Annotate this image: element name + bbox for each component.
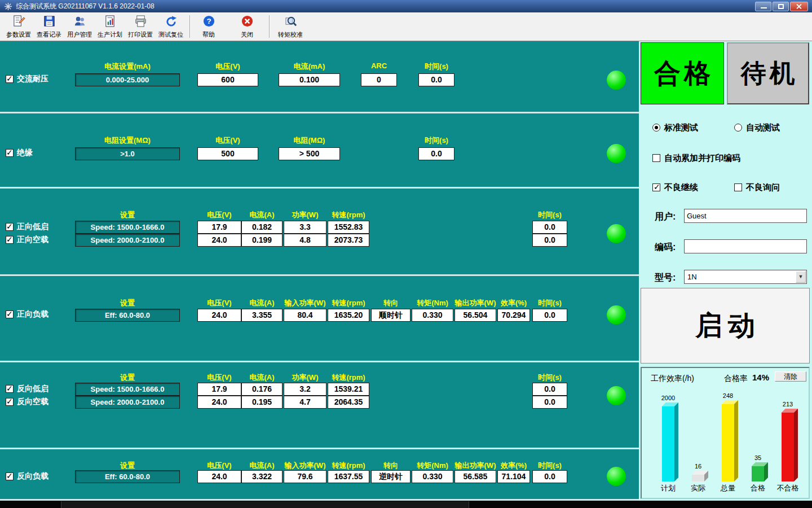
value-box: 56.585 bbox=[454, 470, 496, 483]
toolbar-button-reset[interactable]: 测试复位 bbox=[156, 14, 186, 40]
value-box: 1635.20 bbox=[328, 309, 369, 322]
fail-ask-checkbox[interactable] bbox=[734, 183, 742, 191]
toolbar-button-plan[interactable]: 生产计划 bbox=[95, 14, 125, 40]
toolbar-button-users[interactable]: 用户管理 bbox=[64, 14, 95, 40]
toolbar-button-label: 转矩校准 bbox=[278, 30, 303, 39]
value-box: 70.294 bbox=[497, 309, 530, 322]
value-box: 0.100 bbox=[279, 73, 340, 86]
toolbar-button-params[interactable]: 参数设置 bbox=[3, 14, 34, 40]
bar-3 bbox=[752, 466, 764, 481]
value-box: 0.0 bbox=[532, 234, 567, 247]
auto-accumulate-print-checkbox[interactable] bbox=[652, 154, 660, 162]
value-box: 0.0 bbox=[532, 383, 567, 396]
toolbar-button-torque-cal[interactable]: 转矩校准 bbox=[273, 14, 308, 40]
direction-value-box: 逆时针 bbox=[371, 470, 411, 483]
section-label: 正向空载 bbox=[17, 235, 48, 245]
column-header: 效率(%) bbox=[497, 298, 530, 308]
value-box: 1552.83 bbox=[328, 221, 369, 234]
value-box: 1637.55 bbox=[328, 470, 369, 483]
background-window-segment bbox=[61, 501, 469, 508]
pass-status-display: 合格 bbox=[641, 42, 724, 104]
auto-test-radio[interactable] bbox=[734, 124, 742, 132]
value-box: 0.0 bbox=[418, 147, 454, 160]
column-header: 时间(s) bbox=[418, 135, 454, 146]
standby-status-display: 待机 bbox=[727, 42, 809, 104]
maximize-button[interactable] bbox=[773, 2, 789, 11]
bar-category-label: 不合格 bbox=[775, 483, 801, 493]
status-lamp bbox=[607, 71, 626, 90]
value-box: 24.0 bbox=[197, 470, 241, 483]
window-titlebar: 综合测试系统 G202111067 V1.1.6 2022-01-08 bbox=[0, 0, 812, 12]
column-header: 设置 bbox=[75, 210, 180, 220]
close-button[interactable] bbox=[790, 2, 808, 11]
setting-value-box: Speed: 2000.0-2100.0 bbox=[75, 234, 180, 247]
column-header: 转速(rpm) bbox=[328, 210, 369, 220]
rev-lowstart-checkbox[interactable] bbox=[6, 385, 14, 393]
column-header: 电压(V) bbox=[197, 461, 241, 471]
toolbar-button-close-app[interactable]: 关闭 bbox=[232, 14, 262, 40]
setting-value-box: Eff: 60.0-80.0 bbox=[75, 309, 180, 322]
close-app-icon bbox=[241, 15, 254, 30]
bar-category-label: 计划 bbox=[655, 483, 681, 493]
column-header: 功率(W) bbox=[284, 210, 326, 220]
value-box: 17.9 bbox=[197, 221, 241, 234]
code-input[interactable] bbox=[684, 239, 807, 253]
value-box: 600 bbox=[197, 73, 258, 86]
column-header: 电压(V) bbox=[197, 373, 241, 383]
column-header: 功率(W) bbox=[284, 373, 326, 383]
fwd-lowstart-checkbox[interactable] bbox=[6, 223, 14, 231]
column-header: 设置 bbox=[75, 461, 180, 471]
main-test-area: 交流耐压 电流设置(mA) 0.000-25.000 电压(V) 600 电流(… bbox=[0, 41, 639, 501]
bar-1 bbox=[692, 475, 704, 481]
insulation-checkbox[interactable] bbox=[6, 149, 14, 157]
status-lamp bbox=[607, 467, 626, 486]
value-box: 0.199 bbox=[241, 234, 283, 247]
section-forward-start: 正向低启 正向空载 设置 Speed: 1500.0-1666.0 Speed:… bbox=[0, 189, 639, 276]
toolbar-button-print[interactable]: 打印设置 bbox=[125, 14, 156, 40]
column-header: 电流(A) bbox=[241, 298, 283, 308]
standard-test-label: 标准测试 bbox=[664, 122, 698, 133]
rev-noload-checkbox[interactable] bbox=[6, 398, 14, 406]
minimize-button[interactable] bbox=[755, 2, 771, 11]
toolbar-button-help[interactable]: ? 帮助 bbox=[193, 14, 224, 40]
value-box: 56.504 bbox=[454, 309, 496, 322]
column-header: 电流(A) bbox=[241, 373, 283, 383]
toolbar-button-label: 参数设置 bbox=[6, 30, 31, 39]
chevron-down-icon[interactable]: ▼ bbox=[796, 271, 806, 283]
svg-text:?: ? bbox=[206, 17, 211, 25]
fwd-noload-checkbox[interactable] bbox=[6, 236, 14, 244]
value-box: 24.0 bbox=[197, 396, 241, 409]
bar-side-face bbox=[764, 462, 768, 481]
bar-value-label: 35 bbox=[745, 454, 771, 461]
toolbar: 参数设置 查看记录 用户管理 生产计划 打印设置 测试复位 ? 帮助 关闭 转矩… bbox=[0, 12, 812, 41]
toolbar-button-records[interactable]: 查看记录 bbox=[34, 14, 64, 40]
value-box: 3.2 bbox=[284, 383, 326, 396]
section-label: 交流耐压 bbox=[17, 74, 48, 84]
value-box: 0.0 bbox=[532, 309, 567, 322]
toolbar-button-label: 帮助 bbox=[202, 30, 215, 39]
reset-undo-icon bbox=[165, 15, 178, 30]
help-icon: ? bbox=[202, 15, 215, 30]
setting-value-box: Eff: 60.0-80.0 bbox=[75, 470, 180, 483]
section-forward-load: 正向负载 设置 Eff: 60.0-80.0 电压(V) 电流(A) 输入功率(… bbox=[0, 276, 639, 362]
value-box: 2073.73 bbox=[328, 234, 369, 247]
value-box: 2064.35 bbox=[328, 396, 369, 409]
value-box: 0.0 bbox=[418, 73, 454, 86]
rev-load-checkbox[interactable] bbox=[6, 472, 14, 480]
value-box: 0 bbox=[361, 73, 397, 86]
standard-test-radio[interactable] bbox=[652, 124, 660, 132]
column-header: 电阻(MΩ) bbox=[279, 135, 340, 146]
bar-side-face bbox=[794, 409, 798, 481]
direction-value-box: 顺时针 bbox=[371, 309, 411, 322]
setting-value-box: Speed: 1500.0-1666.0 bbox=[75, 383, 180, 396]
value-box: 4.8 bbox=[284, 234, 326, 247]
start-button[interactable]: 启动 bbox=[641, 288, 810, 364]
user-input[interactable] bbox=[684, 209, 807, 223]
model-dropdown[interactable]: 1N ▼ bbox=[684, 270, 807, 284]
column-header: 电压(V) bbox=[197, 62, 258, 72]
ac-hipot-checkbox[interactable] bbox=[6, 75, 14, 83]
value-box: 4.7 bbox=[284, 396, 326, 409]
fwd-load-checkbox[interactable] bbox=[6, 310, 14, 318]
column-header: 转向 bbox=[371, 461, 411, 471]
fail-continue-checkbox[interactable] bbox=[652, 183, 660, 191]
